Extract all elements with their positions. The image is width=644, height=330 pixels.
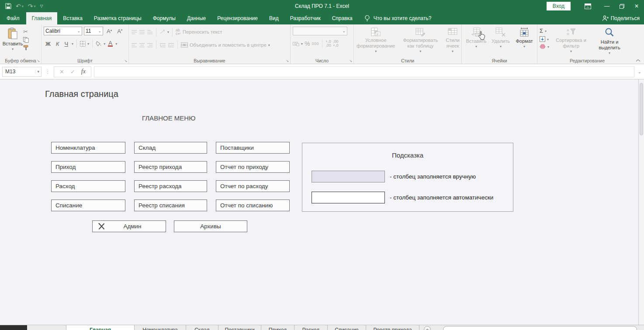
font-dialog-launcher-icon[interactable]: ↘ [124, 59, 127, 63]
menu-button-income-report[interactable]: Отчет по приходу [216, 161, 290, 173]
number-dialog-launcher-icon[interactable]: ↘ [349, 59, 352, 63]
clear-button[interactable]: ▾ [540, 44, 549, 49]
font-name-combo[interactable]: Calibri⌄ [44, 27, 82, 35]
tab-help[interactable]: Справка [326, 12, 358, 24]
tab-page-layout[interactable]: Разметка страницы [88, 12, 147, 24]
borders-dropdown-icon[interactable]: ▾ [87, 42, 89, 46]
customize-qat-icon[interactable]: ▽ [40, 4, 43, 8]
format-as-table-button[interactable]: Форматировать как таблицу ▾ [400, 27, 440, 57]
cut-icon[interactable]: ✂ [23, 28, 29, 35]
menu-button-expense-register[interactable]: Реестр расхода [134, 180, 207, 192]
menu-button-income-register[interactable]: Реестр прихода [134, 161, 207, 173]
delete-cells-button[interactable]: Удалить ▾ [490, 27, 512, 57]
menu-button-writeoff-register[interactable]: Реестр списания [134, 199, 207, 211]
increase-decimal-button[interactable]: +,0,00 [325, 40, 331, 48]
confirm-entry-icon[interactable]: ✓ [70, 69, 75, 75]
bold-button[interactable]: Ж [44, 40, 52, 48]
sheet-tab[interactable]: Поставщики [218, 325, 261, 330]
fill-button[interactable]: ▾ [540, 36, 549, 42]
sheet-tab[interactable]: Расход [294, 325, 328, 330]
menu-button-expense[interactable]: Расход [51, 180, 125, 192]
wrap-text-button[interactable]: Переносить текст [183, 29, 222, 34]
sheet-nav-arrows-area[interactable] [27, 325, 66, 330]
collapse-ribbon-icon[interactable] [636, 59, 641, 62]
insert-function-button[interactable]: fx [81, 68, 86, 75]
format-painter-icon[interactable] [23, 45, 29, 51]
sheet-tab[interactable]: Реестр прихода [366, 325, 419, 330]
tab-data[interactable]: Данные [181, 12, 211, 24]
sort-filter-button[interactable]: АЯ Сортировка и фильтр ▾ [553, 27, 589, 57]
comma-style-button[interactable]: 000 [312, 41, 319, 46]
menu-button-income[interactable]: Приход [51, 161, 125, 173]
accounting-dropdown-icon[interactable]: ▾ [301, 42, 303, 46]
sheet-tab[interactable]: Списание [328, 325, 366, 330]
tab-file[interactable]: Файл [0, 12, 26, 24]
undo-icon[interactable]: ↶▾ [16, 3, 24, 10]
increase-indent-icon[interactable] [168, 43, 174, 48]
save-icon[interactable] [5, 3, 11, 9]
number-format-combo[interactable]: ⌄ [293, 27, 347, 35]
clipboard-dialog-launcher-icon[interactable]: ↘ [37, 59, 40, 63]
name-box[interactable]: M13 ▾ [2, 67, 42, 77]
archives-button[interactable]: Архивы [174, 220, 247, 232]
cancel-entry-icon[interactable]: ✕ [59, 69, 64, 75]
sheet-tab[interactable]: Номенклатура [135, 325, 186, 330]
conditional-formatting-button[interactable]: ≠ Условное форматирование ▾ [354, 27, 398, 57]
sheet-tab[interactable]: Приход [261, 325, 294, 330]
copy-icon[interactable] [23, 37, 29, 43]
horizontal-scrollbar-thumb[interactable] [443, 326, 637, 330]
percent-style-button[interactable]: % [305, 40, 310, 47]
borders-icon[interactable] [80, 41, 86, 47]
find-select-button[interactable]: Найти и выделить ▾ [593, 27, 626, 57]
sign-in-button[interactable]: Вход [547, 2, 571, 10]
menu-button-warehouse[interactable]: Склад [134, 142, 207, 154]
merge-dropdown-icon[interactable]: ▾ [268, 43, 270, 47]
vertical-scrollbar[interactable] [638, 79, 644, 325]
sheet-tab-active[interactable]: Главная [66, 325, 135, 330]
menu-button-nomenclature[interactable]: Номенклатура [51, 142, 125, 154]
minimize-button[interactable]: — [599, 0, 614, 12]
menu-button-suppliers[interactable]: Поставщики [216, 142, 290, 154]
close-button[interactable]: ✕ [629, 0, 644, 12]
shrink-font-button[interactable]: А▾ [115, 28, 124, 35]
merge-center-button[interactable]: Объединить и поместить в центре [190, 42, 267, 48]
align-right-icon[interactable] [147, 43, 153, 48]
autosum-button[interactable]: Σ▾ [540, 28, 549, 34]
tab-home[interactable]: Главная [26, 12, 58, 24]
font-color-button[interactable]: А [107, 41, 114, 47]
orientation-dropdown-icon[interactable]: ▾ [167, 30, 169, 34]
redo-icon[interactable]: ↷▾ [28, 3, 36, 10]
menu-button-writeoff[interactable]: Списание [51, 199, 125, 211]
admin-button[interactable]: Админ [92, 220, 166, 232]
tab-formulas[interactable]: Формулы [147, 12, 181, 24]
menu-button-expense-report[interactable]: Отчет по расходу [216, 180, 290, 192]
paste-button[interactable]: Вставить ▾ [2, 27, 23, 57]
align-top-icon[interactable] [131, 30, 137, 34]
align-bottom-icon[interactable] [147, 30, 153, 34]
ribbon-display-options-icon[interactable] [580, 0, 595, 12]
name-box-dropdown-icon[interactable]: ▾ [35, 69, 41, 74]
tab-developer[interactable]: Разработчик [284, 12, 326, 24]
tell-me-search[interactable]: Что вы хотите сделать? [364, 12, 432, 24]
decrease-decimal-button[interactable]: ,00+,0 [333, 40, 339, 48]
format-cells-button[interactable]: Формат ▾ [513, 27, 535, 57]
grow-font-button[interactable]: А▴ [105, 28, 114, 35]
new-sheet-button[interactable]: + [424, 326, 431, 330]
tab-review[interactable]: Рецензирование [211, 12, 263, 24]
tab-insert[interactable]: Вставка [57, 12, 88, 24]
alignment-dialog-launcher-icon[interactable]: ↘ [286, 59, 289, 63]
cell-styles-button[interactable]: Стили ячеек ▾ [443, 27, 462, 57]
orientation-icon[interactable] [159, 29, 166, 34]
font-size-combo[interactable]: 11⌄ [84, 27, 103, 35]
sheet-tab[interactable]: Склад [186, 325, 218, 330]
expand-formula-bar-icon[interactable]: ⌄ [638, 69, 641, 74]
fill-color-icon[interactable] [96, 41, 102, 47]
restore-button[interactable] [614, 0, 629, 12]
align-middle-icon[interactable] [139, 30, 145, 34]
horizontal-scrollbar[interactable] [436, 325, 644, 330]
share-button[interactable]: Поделиться [602, 12, 640, 24]
tab-view[interactable]: Вид [263, 12, 284, 24]
decrease-indent-icon[interactable] [159, 43, 166, 48]
formula-input[interactable] [94, 66, 634, 77]
fill-color-dropdown-icon[interactable]: ▾ [104, 42, 105, 46]
